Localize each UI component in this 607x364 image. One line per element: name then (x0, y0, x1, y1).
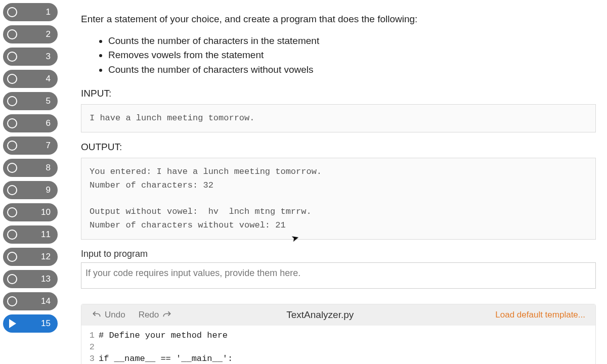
step-pill-15[interactable]: 15 (3, 314, 58, 333)
input-section-label: INPUT: (81, 88, 596, 99)
step-pill-4[interactable]: 4 (3, 70, 58, 88)
program-input-label: Input to program (81, 249, 596, 259)
output-section-label: OUTPUT: (81, 142, 596, 153)
step-pill-11[interactable]: 11 (3, 225, 58, 244)
circle-icon (7, 118, 17, 128)
editor-filename: TextAnalyzer.py (185, 309, 455, 321)
input-example-block: I have a lunch meeting tomorrow. (81, 104, 596, 132)
circle-icon (7, 96, 17, 106)
step-number: 3 (22, 52, 54, 62)
step-number: 8 (22, 163, 54, 173)
step-pill-10[interactable]: 10 (3, 203, 58, 221)
instruction-bullet: Removes vowels from the statement (108, 48, 596, 63)
redo-button[interactable]: Redo (139, 310, 172, 320)
instruction-bullet: Counts the number of characters in the s… (108, 34, 596, 49)
circle-icon (7, 252, 17, 262)
undo-icon (92, 310, 102, 320)
circle-icon (7, 163, 17, 173)
circle-icon (7, 230, 17, 240)
step-number: 4 (22, 74, 54, 84)
step-number: 5 (22, 96, 54, 106)
circle-icon (7, 185, 17, 195)
undo-button[interactable]: Undo (92, 310, 125, 320)
code-line[interactable]: if __name__ == '__main__': (99, 353, 595, 364)
instructions-intro: Enter a statement of your choice, and cr… (81, 12, 596, 27)
step-number: 13 (22, 274, 54, 284)
step-pill-6[interactable]: 6 (3, 114, 58, 132)
play-icon (9, 319, 16, 328)
step-pill-12[interactable]: 12 (3, 248, 58, 266)
step-number: 15 (21, 318, 54, 329)
step-pill-9[interactable]: 9 (3, 181, 58, 199)
program-input[interactable] (81, 262, 596, 289)
step-number: 9 (22, 185, 54, 195)
circle-icon (7, 74, 17, 84)
output-example-block: You entered: I have a lunch meeting tomo… (81, 158, 596, 240)
load-template-button[interactable]: Load default template... (495, 310, 585, 320)
step-pill-5[interactable]: 5 (3, 92, 58, 110)
step-number: 6 (22, 118, 54, 128)
line-gutter: 1234 (81, 330, 99, 364)
circle-icon (7, 207, 17, 217)
instruction-bullet: Counts the number of characters without … (108, 63, 596, 77)
editor-toolbar: Undo Redo TextAnalyzer.py Load default t… (81, 304, 595, 326)
step-pill-1[interactable]: 1 (3, 3, 58, 21)
step-number: 11 (22, 230, 54, 240)
code-line[interactable] (99, 341, 595, 353)
undo-label: Undo (105, 310, 125, 320)
instructions-bullets: Counts the number of characters in the s… (81, 34, 596, 77)
main-content: Enter a statement of your choice, and cr… (61, 0, 607, 364)
step-pill-7[interactable]: 7 (3, 136, 58, 155)
redo-label: Redo (139, 310, 159, 320)
step-number: 7 (22, 141, 54, 151)
step-pill-13[interactable]: 13 (3, 270, 58, 288)
code-line[interactable]: # Define your method here (99, 330, 595, 341)
code-area[interactable]: 1234 # Define your method here if __name… (81, 326, 595, 364)
circle-icon (7, 141, 17, 151)
step-number: 1 (22, 7, 54, 17)
redo-icon (162, 310, 172, 320)
circle-icon (7, 7, 17, 17)
step-number: 14 (22, 296, 54, 306)
step-number: 12 (22, 252, 54, 262)
step-pill-2[interactable]: 2 (3, 25, 58, 43)
code-lines[interactable]: # Define your method here if __name__ ==… (99, 330, 595, 364)
circle-icon (7, 296, 17, 306)
circle-icon (7, 29, 17, 39)
circle-icon (7, 52, 17, 62)
step-pill-3[interactable]: 3 (3, 48, 58, 66)
step-number: 2 (22, 29, 54, 39)
step-pill-8[interactable]: 8 (3, 159, 58, 177)
step-sidebar: 123456789101112131415 (0, 0, 61, 364)
circle-icon (7, 274, 17, 284)
step-number: 10 (22, 207, 54, 217)
code-editor: Undo Redo TextAnalyzer.py Load default t… (81, 304, 596, 364)
step-pill-14[interactable]: 14 (3, 292, 58, 310)
